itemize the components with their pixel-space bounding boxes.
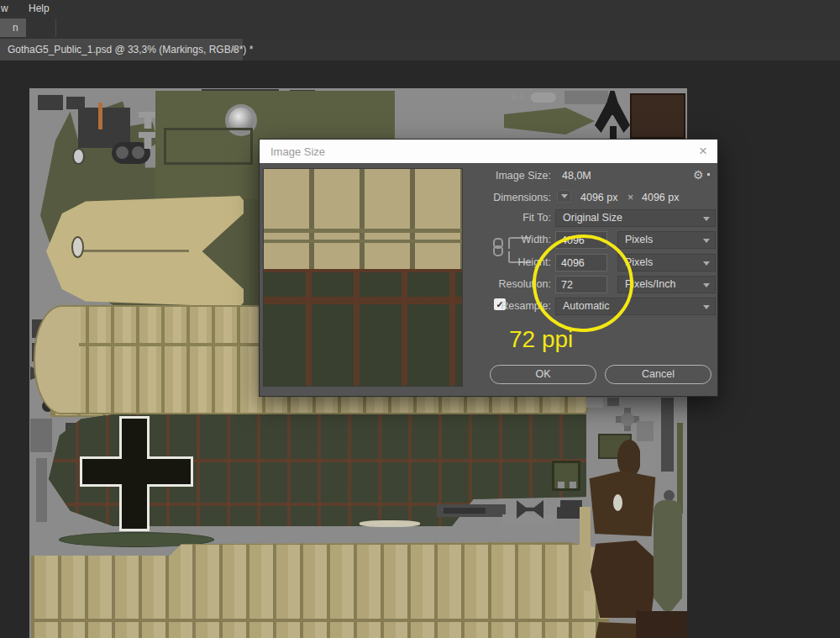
cancel-button[interactable]: Cancel [605,365,711,384]
chevron-down-icon [703,283,710,287]
texture-piece [661,398,674,472]
texture-piece [580,507,591,591]
texture-piece [36,458,47,522]
texture-piece [586,398,603,408]
menu-bar: w Help [0,0,840,17]
texture-piece-wing-tan-bottom [31,542,609,638]
texture-piece [72,148,85,165]
texture-piece [164,128,253,165]
gear-menu-dot-icon [707,173,710,176]
dimensions-width-value: 4096 px [580,192,617,203]
dimensions-height-value: 4096 px [642,192,679,203]
texture-piece [564,91,608,104]
dialog-body: Image Size: 48,0M ⚙ Dimensions: 4096 px … [260,163,717,396]
texture-piece [531,92,556,103]
texture-piece [98,103,102,129]
fit-to-label: Fit To: [425,212,551,224]
texture-piece [552,461,580,491]
image-size-label: Image Size: [425,170,551,182]
annotation-circle [529,232,637,336]
dimensions-separator: × [627,192,633,203]
ok-button[interactable]: OK [490,365,596,384]
texture-piece [71,236,84,258]
dimensions-chevron[interactable] [557,190,571,203]
texture-piece [607,398,619,406]
texture-piece [511,94,517,100]
gear-icon[interactable]: ⚙ [693,168,704,182]
texture-piece [610,126,617,139]
image-size-value: 48,0M [562,170,591,182]
texture-piece-propeller [588,471,657,536]
options-bar-fragment[interactable]: n [0,18,26,37]
texture-piece [636,611,687,638]
chevron-down-icon [703,217,710,221]
dialog-titlebar[interactable]: Image Size × [260,140,717,163]
texture-iron-cross [80,414,193,532]
chevron-down-icon [703,305,710,309]
chevron-down-icon [703,261,710,266]
document-tab[interactable]: GothaG5_Public_1.psd @ 33,3% (Markings, … [0,39,243,61]
texture-piece [519,94,525,100]
texture-piece [30,419,52,452]
dimensions-label: Dimensions: [425,192,551,203]
tab-bar: GothaG5_Public_1.psd @ 33,3% (Markings, … [0,39,840,61]
texture-piece [80,250,189,252]
chevron-down-icon [561,194,568,198]
dialog-close-icon[interactable]: × [699,143,707,160]
texture-piece [504,108,595,134]
options-bar: n [0,17,840,39]
fit-to-select[interactable]: Original Size [555,209,716,227]
texture-piece [502,514,554,525]
menu-item-window-fragment[interactable]: w [1,3,8,14]
dialog-title: Image Size [270,145,325,158]
fit-to-value: Original Size [563,212,622,224]
texture-piece [637,421,654,441]
texture-piece [617,440,641,477]
document-tab-title: GothaG5_Public_1.psd @ 33,3% (Markings, … [8,44,253,55]
texture-piece-tank [654,500,682,611]
texture-piece [38,95,63,110]
texture-piece [677,423,683,514]
texture-piece [360,520,420,527]
texture-piece-tank [664,490,675,501]
texture-piece [616,408,639,431]
texture-piece [437,504,506,517]
texture-piece [640,446,655,474]
options-bar-divider [55,18,56,37]
texture-piece [630,93,685,139]
chevron-down-icon [703,239,710,243]
texture-piece-propeller [591,540,658,618]
tab-close-icon[interactable]: × [231,44,237,55]
annotation-text: 72 ppi [509,326,573,353]
image-size-dialog: Image Size × Image Size: 48,0M ⚙ Dimensi… [259,139,718,397]
menu-item-help[interactable]: Help [29,3,50,14]
